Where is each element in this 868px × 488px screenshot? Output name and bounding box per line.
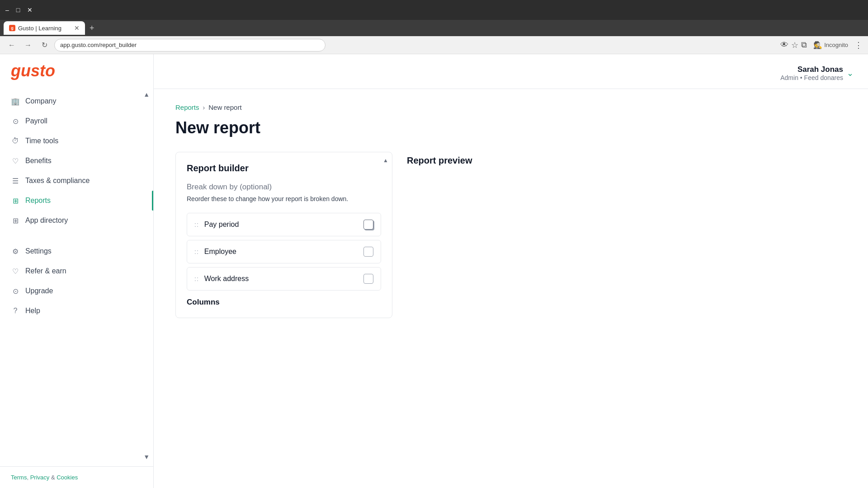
sidebar-footer: Terms, Privacy & Cookies [0,466,153,488]
address-text: app.gusto.com/report_builder [60,42,137,48]
sidebar-item-reports[interactable]: ⊞ Reports [0,191,153,211]
benefits-icon: ♡ [11,156,20,165]
user-name: Sarah Jonas [780,65,843,74]
user-menu-chevron-icon: ⌄ [847,68,854,78]
breadcrumb-reports-link[interactable]: Reports [175,103,199,111]
help-icon: ? [11,306,20,315]
app-layout: gusto ▲ 🏢 Company ⊙ Payroll ⏱ Time tools… [0,54,868,488]
drag-item-label-pay-period: Pay period [204,221,358,229]
upgrade-icon: ⊙ [11,286,20,296]
page-content: Reports › New report New report ▲ Report… [154,89,868,333]
break-down-label: Break down by (optional) [187,183,381,192]
footer-comma1: , [27,474,28,481]
page-title: New report [175,118,846,137]
drag-checkbox-pay-period[interactable] [363,220,373,230]
minimize-button[interactable]: – [5,6,9,14]
report-preview-panel: Report preview [407,152,846,166]
report-builder-scroll-up[interactable]: ▲ [383,156,388,164]
breadcrumb: Reports › New report [175,103,846,111]
settings-icon: ⚙ [11,247,20,256]
refer-earn-icon: ♡ [11,267,20,276]
break-down-optional: (optional) [240,183,272,191]
tab-favicon: g [9,25,15,31]
sidebar-item-label-benefits: Benefits [25,157,52,165]
sidebar-item-payroll[interactable]: ⊙ Payroll [0,111,153,131]
drag-handle-pay-period: :: [194,221,199,228]
scroll-up-icon: ▲ [383,157,388,164]
sidebar-item-app-directory[interactable]: ⊞ App directory [0,211,153,230]
user-role: Admin • Feed donares [780,74,843,81]
drag-checkbox-employee[interactable] [363,247,373,257]
drag-checkbox-work-address[interactable] [363,274,373,284]
sidebar-item-benefits[interactable]: ♡ Benefits [0,151,153,171]
sidebar: gusto ▲ 🏢 Company ⊙ Payroll ⏱ Time tools… [0,54,154,488]
new-tab-button[interactable]: + [87,23,97,33]
report-preview-title: Report preview [407,155,846,166]
privacy-link[interactable]: Privacy [30,474,50,481]
bookmark-icon[interactable]: ☆ [791,40,798,50]
breadcrumb-current: New report [208,103,241,111]
report-layout: ▲ Report builder Break down by (optional… [175,152,846,318]
drag-handle-employee: :: [194,248,199,255]
terms-link[interactable]: Terms [11,474,27,481]
tab-title: Gusto | Learning [18,25,61,32]
reports-icon: ⊞ [11,196,20,205]
break-down-description: Reorder these to change how your report … [187,194,381,204]
drag-item-employee[interactable]: :: Employee [187,240,381,263]
cookies-link[interactable]: Cookies [57,474,78,481]
company-icon: 🏢 [11,97,20,106]
sidebar-scroll-down[interactable]: ▼ [143,453,150,461]
user-menu[interactable]: Sarah Jonas Admin • Feed donares ⌄ [780,65,854,81]
tab-close-button[interactable]: ✕ [74,24,80,32]
forward-button[interactable]: → [22,39,34,52]
report-builder-scroll[interactable]: Report builder Break down by (optional) … [176,152,392,318]
sidebar-item-settings[interactable]: ⚙ Settings [0,241,153,261]
sidebar-item-help[interactable]: ? Help [0,301,153,321]
browser-window-controls: – □ ✕ [0,0,868,20]
user-details: Sarah Jonas Admin • Feed donares [780,65,843,81]
sidebar-item-time-tools[interactable]: ⏱ Time tools [0,131,153,151]
incognito-badge: 🕵 Incognito [810,39,852,51]
taxes-icon: ☰ [11,176,20,185]
sidebar-item-label-taxes: Taxes & compliance [25,177,90,185]
payroll-icon: ⊙ [11,117,20,126]
tab-bar: g Gusto | Learning ✕ + [0,20,868,36]
back-button[interactable]: ← [5,39,18,52]
sidebar-item-refer-earn[interactable]: ♡ Refer & earn [0,261,153,281]
maximize-button[interactable]: □ [16,6,20,14]
close-button[interactable]: ✕ [27,6,33,14]
sidebar-item-label-time-tools: Time tools [25,137,58,145]
chevron-down-sidebar-icon: ▼ [143,453,150,460]
drag-item-pay-period[interactable]: :: Pay period [187,213,381,236]
sidebar-item-company[interactable]: 🏢 Company [0,91,153,111]
browser-tab-active[interactable]: g Gusto | Learning ✕ [4,21,85,35]
breadcrumb-separator: › [203,104,205,111]
sidebar-item-label-company: Company [25,97,56,105]
footer-and: & [49,474,57,481]
sidebar-item-label-refer-earn: Refer & earn [25,267,66,275]
browser-right-controls: 👁 ☆ ⧉ 🕵 Incognito ⋮ [780,39,863,51]
time-tools-icon: ⏱ [11,136,20,145]
app-header: Sarah Jonas Admin • Feed donares ⌄ [154,54,868,89]
report-builder-title: Report builder [187,163,381,174]
report-builder-panel: ▲ Report builder Break down by (optional… [175,152,392,318]
address-bar[interactable]: app.gusto.com/report_builder [54,39,326,52]
columns-label: Columns [187,298,381,307]
sidebar-nav: 🏢 Company ⊙ Payroll ⏱ Time tools ♡ Benef… [0,91,153,466]
footer-links: Terms, Privacy & Cookies [11,474,142,481]
sidebar-item-taxes[interactable]: ☰ Taxes & compliance [0,171,153,191]
sidebar-item-upgrade[interactable]: ⊙ Upgrade [0,281,153,301]
reload-button[interactable]: ↻ [38,39,51,52]
drag-item-label-employee: Employee [204,248,358,256]
menu-button[interactable]: ⋮ [854,40,863,50]
sidebar-item-label-reports: Reports [25,197,51,205]
incognito-icon: 🕵 [813,41,822,49]
browser-controls: ← → ↻ app.gusto.com/report_builder 👁 ☆ ⧉… [0,36,868,54]
drag-item-work-address[interactable]: :: Work address [187,267,381,291]
drag-handle-work-address: :: [194,275,199,282]
main-content: Sarah Jonas Admin • Feed donares ⌄ Repor… [154,54,868,488]
extension-icon[interactable]: ⧉ [801,40,807,50]
sidebar-item-label-upgrade: Upgrade [25,287,53,295]
app-directory-icon: ⊞ [11,216,20,225]
window-controls[interactable]: – □ ✕ [5,6,33,14]
